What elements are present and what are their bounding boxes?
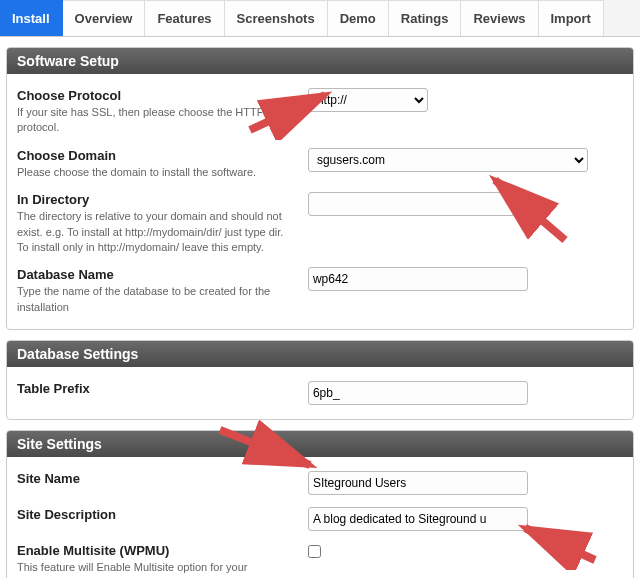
tab-ratings[interactable]: Ratings xyxy=(389,0,462,36)
protocol-label: Choose Protocol xyxy=(17,88,288,103)
database-settings-panel: Database Settings Table Prefix xyxy=(6,340,634,420)
directory-desc: The directory is relative to your domain… xyxy=(17,210,283,253)
database-input[interactable] xyxy=(308,267,528,291)
directory-input[interactable] xyxy=(308,192,528,216)
site-desc-input[interactable] xyxy=(308,507,528,531)
domain-label: Choose Domain xyxy=(17,148,288,163)
site-settings-panel: Site Settings Site Name Site Description… xyxy=(6,430,634,578)
multisite-desc: This feature will Enable Multisite optio… xyxy=(17,561,248,573)
database-settings-header: Database Settings xyxy=(7,341,633,367)
tab-install[interactable]: Install xyxy=(0,0,63,36)
site-name-input[interactable] xyxy=(308,471,528,495)
tab-bar: Install Overview Features Screenshots De… xyxy=(0,0,640,37)
site-name-label: Site Name xyxy=(17,471,288,486)
prefix-label: Table Prefix xyxy=(17,381,288,396)
directory-label: In Directory xyxy=(17,192,288,207)
multisite-label: Enable Multisite (WPMU) xyxy=(17,543,288,558)
site-desc-label: Site Description xyxy=(17,507,288,522)
database-label: Database Name xyxy=(17,267,288,282)
domain-desc: Please choose the domain to install the … xyxy=(17,166,256,178)
tab-screenshots[interactable]: Screenshots xyxy=(225,0,328,36)
tab-overview[interactable]: Overview xyxy=(63,0,146,36)
domain-select[interactable]: sgusers.com xyxy=(308,148,588,172)
software-setup-panel: Software Setup Choose Protocol If your s… xyxy=(6,47,634,330)
tab-import[interactable]: Import xyxy=(539,0,604,36)
software-setup-header: Software Setup xyxy=(7,48,633,74)
multisite-checkbox[interactable] xyxy=(308,545,321,558)
prefix-input[interactable] xyxy=(308,381,528,405)
tab-reviews[interactable]: Reviews xyxy=(461,0,538,36)
database-desc: Type the name of the database to be crea… xyxy=(17,285,270,312)
tab-demo[interactable]: Demo xyxy=(328,0,389,36)
protocol-select[interactable]: http:// xyxy=(308,88,428,112)
protocol-desc: If your site has SSL, then please choose… xyxy=(17,106,271,133)
site-settings-header: Site Settings xyxy=(7,431,633,457)
tab-features[interactable]: Features xyxy=(145,0,224,36)
